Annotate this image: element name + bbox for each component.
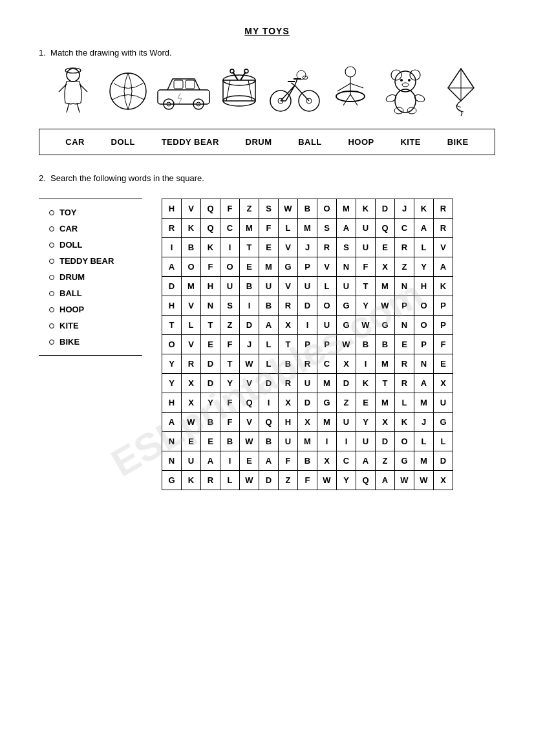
grid-cell: W <box>240 471 259 490</box>
grid-cell: K <box>356 199 376 219</box>
grid-cell: Z <box>240 199 259 219</box>
grid-cell: X <box>182 393 201 413</box>
grid-cell: H <box>279 413 298 432</box>
grid-cell: U <box>434 393 453 413</box>
grid-cell: B <box>298 199 317 219</box>
grid-cell: V <box>240 413 259 432</box>
grid-cell: E <box>376 238 395 257</box>
grid-cell: Y <box>414 257 434 277</box>
grid-cell: D <box>259 374 279 393</box>
grid-cell: W <box>414 471 434 490</box>
table-row: TLTZDAXIUGWGNOP <box>162 316 453 335</box>
grid-cell: X <box>279 316 298 335</box>
grid-cell: T <box>376 374 395 393</box>
grid-cell: O <box>414 316 434 335</box>
svg-line-27 <box>281 85 295 101</box>
grid-cell: F <box>220 199 240 219</box>
table-row: IBKITEVJRSUERLV <box>162 238 453 257</box>
grid-cell: K <box>395 413 414 432</box>
grid-cell: D <box>298 296 317 316</box>
grid-cell: Y <box>162 374 182 393</box>
grid-cell: Z <box>376 451 395 471</box>
grid-cell: E <box>182 432 201 451</box>
grid-cell: M <box>414 393 434 413</box>
grid-cell: C <box>317 354 337 374</box>
grid-cell: T <box>162 316 182 335</box>
grid-cell: W <box>240 432 259 451</box>
teddy-bear-image <box>379 65 431 117</box>
grid-cell: R <box>298 354 317 374</box>
section2-content: TOYCARDOLLTEDDY BEARDRUMBALLHOOPKITEBIKE… <box>39 199 495 490</box>
grid-cell: D <box>259 471 279 490</box>
grid-cell: V <box>279 277 298 296</box>
grid-cell: U <box>298 277 317 296</box>
grid-cell: X <box>434 374 453 393</box>
svg-line-42 <box>350 94 358 105</box>
section2-instruction: 2. Search the following words in the squ… <box>39 173 495 183</box>
word-bike: BIKE <box>447 137 469 147</box>
grid-cell: K <box>182 471 201 490</box>
grid-cell: C <box>337 451 356 471</box>
grid-cell: O <box>162 335 182 354</box>
table-row: RKQCMFLMSAUQCAR <box>162 219 453 238</box>
grid-cell: T <box>220 354 240 374</box>
grid-cell: Y <box>356 413 376 432</box>
grid-cell: E <box>259 238 279 257</box>
grid-cell: L <box>414 238 434 257</box>
grid-cell: P <box>414 335 434 354</box>
grid-cell: J <box>298 238 317 257</box>
grid-cell: E <box>201 335 220 354</box>
bullet-icon <box>49 291 54 296</box>
grid-cell: G <box>376 316 395 335</box>
grid-cell: O <box>317 199 337 219</box>
grid-cell: R <box>201 471 220 490</box>
grid-cell: U <box>337 277 356 296</box>
grid-cell: D <box>162 277 182 296</box>
grid-cell: X <box>376 413 395 432</box>
grid-cell: D <box>434 451 453 471</box>
grid-cell: R <box>434 199 453 219</box>
grid-cell: B <box>356 335 376 354</box>
grid-cell: B <box>376 335 395 354</box>
grid-cell: M <box>317 413 337 432</box>
grid-cell: A <box>414 374 434 393</box>
grid-cell: T <box>201 316 220 335</box>
word-search-grid: HVQFZSWBOMKDJKRRKQCMFLMSAUQCARIBKITEVJRS… <box>162 199 453 490</box>
grid-cell: Y <box>220 374 240 393</box>
grid-cell: M <box>317 374 337 393</box>
grid-cell: J <box>414 413 434 432</box>
grid-cell: H <box>162 199 182 219</box>
section1-instruction: 1. Match the drawing with its Word. <box>39 48 495 58</box>
grid-cell: N <box>337 257 356 277</box>
word-car: CAR <box>65 137 85 147</box>
grid-cell: D <box>337 374 356 393</box>
svg-line-31 <box>295 79 297 85</box>
grid-cell: U <box>182 451 201 471</box>
grid-cell: W <box>279 199 298 219</box>
words-box: CARDOLLTEDDY BEARDRUMBALLHOOPKITEBIKE <box>39 129 495 155</box>
grid-cell: I <box>298 316 317 335</box>
grid-cell: L <box>434 432 453 451</box>
grid-cell: F <box>434 335 453 354</box>
grid-cell: U <box>356 219 376 238</box>
list-item: BIKE <box>49 334 132 350</box>
grid-cell: I <box>220 238 240 257</box>
svg-line-4 <box>67 103 69 113</box>
grid-cell: B <box>240 277 259 296</box>
grid-cell: A <box>337 219 356 238</box>
grid-cell: A <box>162 413 182 432</box>
table-row: YXDYVDRUMDKTRAX <box>162 374 453 393</box>
word-teddy-bear: TEDDY BEAR <box>162 137 219 147</box>
grid-cell: P <box>434 296 453 316</box>
grid-cell: O <box>414 296 434 316</box>
svg-point-37 <box>345 67 356 77</box>
grid-cell: S <box>220 296 240 316</box>
grid-cell: D <box>201 354 220 374</box>
word-list: TOYCARDOLLTEDDY BEARDRUMBALLHOOPKITEBIKE <box>39 199 142 356</box>
grid-cell: A <box>162 257 182 277</box>
svg-rect-9 <box>186 80 195 89</box>
kite-image <box>435 65 487 117</box>
table-row: NEEBWBUMIIUDOLL <box>162 432 453 451</box>
word-hoop: HOOP <box>348 137 374 147</box>
bullet-icon <box>49 340 54 345</box>
